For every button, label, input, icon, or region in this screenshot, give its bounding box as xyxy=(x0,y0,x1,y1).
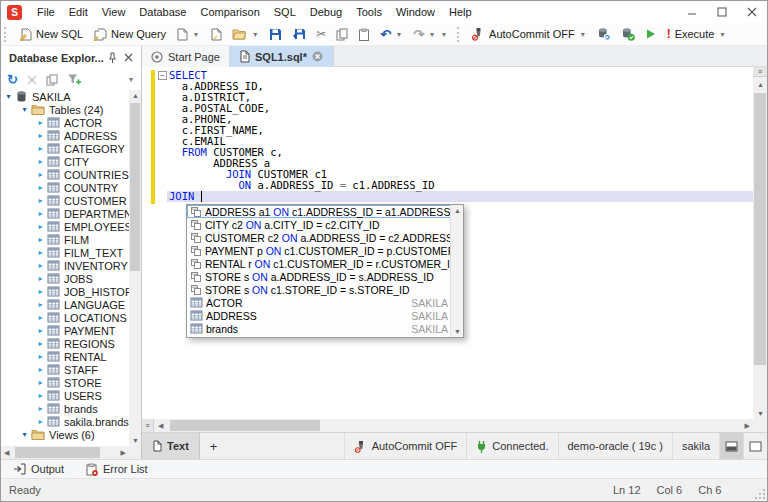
menu-item-help[interactable]: Help xyxy=(442,1,479,23)
scroll-right-icon[interactable]: ▶ xyxy=(121,449,126,457)
tree-item-language[interactable]: ▸LANGUAGE xyxy=(1,298,141,311)
tree-item-country[interactable]: ▸COUNTRY xyxy=(1,181,141,194)
tree-item-actor[interactable]: ▸ACTOR xyxy=(1,116,141,129)
completion-item-store-s[interactable]: STORE s ON a.ADDRESS_ID = s.ADDRESS_ID xyxy=(187,270,463,283)
paste-button[interactable] xyxy=(353,24,375,45)
maximize-button[interactable] xyxy=(707,1,737,23)
properties-button[interactable] xyxy=(46,74,58,86)
expand-arrow-icon[interactable]: ▸ xyxy=(36,313,45,322)
menu-item-window[interactable]: Window xyxy=(389,1,442,23)
expand-arrow-icon[interactable]: ▸ xyxy=(36,404,45,413)
scroll-down-icon[interactable]: ▼ xyxy=(454,328,461,335)
expand-arrow-icon[interactable]: ▸ xyxy=(36,391,45,400)
menu-item-file[interactable]: File xyxy=(30,1,62,23)
new-query-button[interactable]: New Query xyxy=(88,24,171,45)
layout-split-button[interactable] xyxy=(719,433,743,459)
tree-item-tables-24[interactable]: ▾Tables (24) xyxy=(1,103,141,116)
layout-single-button[interactable] xyxy=(743,433,767,459)
text-view-tab[interactable]: Text xyxy=(142,433,200,459)
completion-item-store-s[interactable]: STORE s ON c1.STORE_ID = s.STORE_ID xyxy=(187,283,463,296)
editor-vertical-scrollbar[interactable]: ≡ ▲ ▼ xyxy=(753,67,767,419)
tree-item-film[interactable]: ▸FILM xyxy=(1,233,141,246)
redo-button[interactable]: ↷ ▾ ▾ xyxy=(408,24,453,45)
completion-item-address[interactable]: ADDRESSSAKILA xyxy=(187,309,463,322)
save-all-button[interactable] xyxy=(287,24,311,45)
expand-arrow-icon[interactable]: ▸ xyxy=(36,235,45,244)
new-file-button[interactable] xyxy=(205,24,227,45)
tree-item-inventory[interactable]: ▸INVENTORY xyxy=(1,259,141,272)
scroll-down-icon[interactable]: ▼ xyxy=(757,410,764,417)
expand-arrow-icon[interactable]: ▸ xyxy=(36,352,45,361)
completion-item-brands[interactable]: brandsSAKILA xyxy=(187,322,463,335)
tree-item-job-history[interactable]: ▸JOB_HISTORY xyxy=(1,285,141,298)
tree-item-sakila[interactable]: ▾SAKILA xyxy=(1,90,141,103)
scroll-down-icon[interactable]: ▼ xyxy=(132,437,139,444)
expand-arrow-icon[interactable]: ▸ xyxy=(36,248,45,257)
tab-start-page[interactable]: Start Page xyxy=(142,46,230,67)
history-dropdown-icon[interactable]: ▾ xyxy=(440,30,448,39)
delete-button[interactable] xyxy=(27,75,37,85)
collapse-arrow-icon[interactable]: ▾ xyxy=(20,105,29,114)
scroll-left-icon[interactable]: ◀ xyxy=(158,422,163,430)
output-tab[interactable]: Output xyxy=(13,463,64,475)
autocommit-toggle-button[interactable]: AutoCommit OFF ▾ xyxy=(466,24,592,45)
rollback-button[interactable] xyxy=(616,24,640,45)
scroll-thumb[interactable] xyxy=(15,447,100,458)
expand-arrow-icon[interactable]: ▸ xyxy=(36,196,45,205)
completion-item-city-c2[interactable]: CITY c2 ON a.CITY_ID = c2.CITY_ID xyxy=(187,218,463,231)
tree-item-views-6[interactable]: ▾Views (6) xyxy=(1,428,141,441)
explorer-toolbar-dropdown-icon[interactable]: ▾ xyxy=(127,75,135,84)
tree-item-payment[interactable]: ▸PAYMENT xyxy=(1,324,141,337)
new-document-dropdown-icon[interactable]: ▾ xyxy=(192,30,200,39)
tree-item-locations[interactable]: ▸LOCATIONS xyxy=(1,311,141,324)
menu-item-view[interactable]: View xyxy=(95,1,133,23)
tree-item-employees[interactable]: ▸EMPLOYEES xyxy=(1,220,141,233)
completion-item-rental-r[interactable]: RENTAL r ON c1.CUSTOMER_ID = r.CUSTOMER_… xyxy=(187,257,463,270)
tab-sql1[interactable]: SQL1.sql* xyxy=(230,46,334,67)
tree-item-store[interactable]: ▸STORE xyxy=(1,376,141,389)
connection-status[interactable]: Connected. xyxy=(466,433,557,459)
panel-close-icon[interactable] xyxy=(120,53,136,62)
expand-arrow-icon[interactable]: ▸ xyxy=(36,131,45,140)
fold-toggle-icon[interactable]: − xyxy=(158,71,167,80)
tree-item-film-text[interactable]: ▸FILM_TEXT xyxy=(1,246,141,259)
resize-grip[interactable] xyxy=(755,489,765,499)
expand-arrow-icon[interactable]: ▸ xyxy=(36,274,45,283)
server-indicator[interactable]: demo-oracle ( 19c ) xyxy=(558,433,672,459)
menu-item-tools[interactable]: Tools xyxy=(349,1,389,23)
expand-arrow-icon[interactable]: ▸ xyxy=(36,222,45,231)
explorer-horizontal-scrollbar[interactable]: ◀ ▶ xyxy=(1,446,141,459)
expand-arrow-icon[interactable]: ▸ xyxy=(36,170,45,179)
completion-item-actor[interactable]: ACTORSAKILA xyxy=(187,296,463,309)
scroll-thumb[interactable] xyxy=(754,93,766,365)
tab-close-icon[interactable] xyxy=(312,51,324,63)
undo-button[interactable]: ↶ ▾ xyxy=(375,24,408,45)
autocommit-status[interactable]: AutoCommit OFF xyxy=(344,433,467,459)
filter-button[interactable] xyxy=(67,73,82,86)
open-file-button[interactable]: ▾ xyxy=(227,24,264,45)
expand-arrow-icon[interactable]: ▸ xyxy=(36,378,45,387)
tree-item-category[interactable]: ▸CATEGORY xyxy=(1,142,141,155)
tree-item-customer[interactable]: ▸CUSTOMER xyxy=(1,194,141,207)
scroll-up-icon[interactable]: ▲ xyxy=(454,207,461,214)
pin-icon[interactable] xyxy=(104,52,120,64)
expand-arrow-icon[interactable]: ▸ xyxy=(36,287,45,296)
sql-editor[interactable]: − SELECT a.ADDRESS_ID, a.DISTRICT, a.POS… xyxy=(142,67,767,432)
menu-item-sql[interactable]: SQL xyxy=(267,1,303,23)
completion-item-address-a1[interactable]: ADDRESS a1 ON c1.ADDRESS_ID = a1.ADDRESS… xyxy=(187,205,463,218)
schema-indicator[interactable]: sakila xyxy=(672,433,719,459)
cut-button[interactable]: ✂ xyxy=(311,24,331,45)
close-button[interactable] xyxy=(737,1,767,23)
minimize-button[interactable] xyxy=(677,1,707,23)
commit-button[interactable] xyxy=(592,24,616,45)
expand-arrow-icon[interactable]: ▸ xyxy=(36,339,45,348)
completion-item-customer-c2[interactable]: CUSTOMER c2 ON a.ADDRESS_ID = c2.ADDRESS… xyxy=(187,231,463,244)
tree-item-departments[interactable]: ▸DEPARTMENTS xyxy=(1,207,141,220)
expand-arrow-icon[interactable]: ▸ xyxy=(36,300,45,309)
scroll-up-icon[interactable]: ▲ xyxy=(132,92,139,99)
scroll-thumb[interactable] xyxy=(130,103,140,271)
tree-item-city[interactable]: ▸CITY xyxy=(1,155,141,168)
run-button[interactable] xyxy=(640,24,662,45)
execute-dropdown-icon[interactable]: ▾ xyxy=(718,30,726,39)
tree-item-staff[interactable]: ▸STAFF xyxy=(1,363,141,376)
